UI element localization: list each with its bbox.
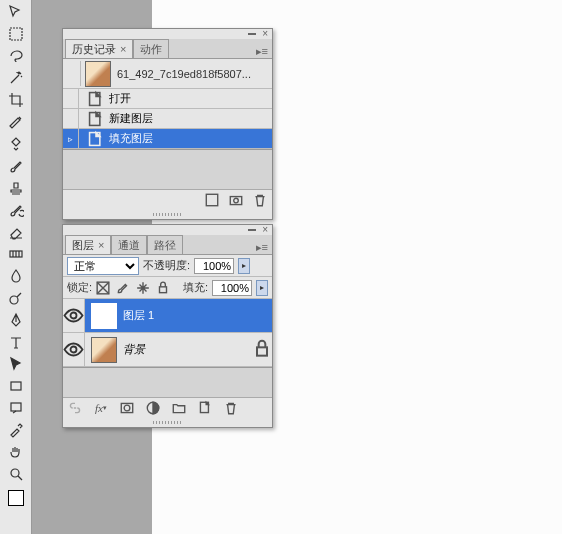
history-item-open[interactable]: 打开 [63, 89, 272, 109]
panel-menu-icon[interactable]: ▸≡ [252, 241, 272, 254]
adjustment-layer-icon[interactable] [145, 401, 161, 415]
eraser-tool[interactable] [6, 222, 26, 242]
tab-close-icon[interactable]: × [120, 43, 126, 55]
trash-icon[interactable] [223, 401, 239, 415]
group-icon[interactable] [171, 401, 187, 415]
layer-thumbnail[interactable] [91, 337, 117, 363]
history-snapshot-row[interactable]: 61_492_7c19ed818f5807... [63, 59, 272, 89]
layer-name[interactable]: 图层 1 [123, 308, 272, 323]
zoom-tool[interactable] [6, 464, 26, 484]
layer-row[interactable]: 图层 1 [63, 299, 272, 333]
dodge-tool[interactable] [6, 288, 26, 308]
brush-tool[interactable] [6, 156, 26, 176]
layers-panel: × 图层× 通道 路径 ▸≡ 正常 不透明度: ▸ 锁定: 填充: ▸ 图层 1… [62, 224, 273, 428]
path-select-tool[interactable] [6, 354, 26, 374]
type-tool[interactable] [6, 332, 26, 352]
new-doc-from-state-icon[interactable] [204, 193, 220, 207]
layers-list: 图层 1 背景 [63, 299, 272, 397]
fill-icon [87, 132, 105, 146]
fill-input[interactable] [212, 280, 252, 296]
tab-paths-label: 路径 [154, 238, 176, 253]
blend-mode-select[interactable]: 正常 [67, 257, 139, 275]
opacity-input[interactable] [194, 258, 234, 274]
pen-tool[interactable] [6, 310, 26, 330]
heal-tool[interactable] [6, 134, 26, 154]
svg-point-18 [124, 405, 130, 411]
tab-close-icon[interactable]: × [98, 239, 104, 251]
crop-tool[interactable] [6, 90, 26, 110]
history-brush-tool[interactable] [6, 200, 26, 220]
svg-point-5 [11, 469, 19, 477]
gradient-tool[interactable] [6, 244, 26, 264]
eyedropper-tool[interactable] [6, 420, 26, 440]
close-icon[interactable]: × [262, 30, 268, 38]
lock-pixels-icon[interactable] [116, 281, 130, 295]
slice-tool[interactable] [6, 112, 26, 132]
layers-footer: fx▾ [63, 397, 272, 417]
lock-position-icon[interactable] [136, 281, 150, 295]
tab-channels[interactable]: 通道 [111, 235, 147, 254]
layer-style-icon[interactable]: fx▾ [93, 401, 109, 415]
history-tabs: 历史记录× 动作 ▸≡ [63, 39, 272, 59]
history-panel: × 历史记录× 动作 ▸≡ 61_492_7c19ed818f5807... 打… [62, 28, 273, 220]
svg-rect-9 [206, 194, 217, 205]
fill-slider-btn[interactable]: ▸ [256, 280, 268, 296]
snapshot-label: 61_492_7c19ed818f5807... [117, 68, 251, 80]
tab-history[interactable]: 历史记录× [65, 39, 133, 58]
trash-icon[interactable] [252, 193, 268, 207]
new-layer-icon[interactable] [197, 401, 213, 415]
tab-history-label: 历史记录 [72, 42, 116, 57]
history-item-newlayer[interactable]: 新建图层 [63, 109, 272, 129]
snapshot-thumbnail [85, 61, 111, 87]
tab-layers[interactable]: 图层× [65, 235, 111, 254]
svg-point-14 [71, 313, 77, 319]
lock-transparent-icon[interactable] [96, 281, 110, 295]
svg-point-15 [71, 347, 77, 353]
lock-label: 锁定: [67, 280, 92, 295]
layer-thumbnail[interactable] [91, 303, 117, 329]
hand-tool[interactable] [6, 442, 26, 462]
layer-name[interactable]: 背景 [123, 342, 252, 357]
newlayer-icon [87, 112, 105, 126]
foreground-color-swatch[interactable] [8, 490, 24, 506]
history-flag-col[interactable] [63, 89, 79, 108]
svg-rect-16 [257, 347, 267, 355]
panel-resize-grip[interactable] [63, 417, 272, 427]
panel-menu-icon[interactable]: ▸≡ [252, 45, 272, 58]
layers-tabs: 图层× 通道 路径 ▸≡ [63, 235, 272, 255]
opacity-slider-btn[interactable]: ▸ [238, 258, 250, 274]
svg-rect-0 [10, 28, 22, 40]
lasso-tool[interactable] [6, 46, 26, 66]
snapshot-flag-col[interactable] [65, 61, 81, 86]
link-layers-icon[interactable] [67, 401, 83, 415]
wand-tool[interactable] [6, 68, 26, 88]
notes-tool[interactable] [6, 398, 26, 418]
blur-tool[interactable] [6, 266, 26, 286]
stamp-tool[interactable] [6, 178, 26, 198]
history-flag-col[interactable]: ▹ [63, 129, 79, 148]
lock-all-icon[interactable] [156, 281, 170, 295]
tab-actions-label: 动作 [140, 42, 162, 57]
history-flag-col[interactable] [63, 109, 79, 128]
shape-tool[interactable] [6, 376, 26, 396]
panel-resize-grip[interactable] [63, 209, 272, 219]
new-snapshot-icon[interactable] [228, 193, 244, 207]
fill-label: 填充: [183, 280, 208, 295]
panel-titlebar[interactable]: × [63, 225, 272, 235]
move-tool[interactable] [6, 2, 26, 22]
layer-mask-icon[interactable] [119, 401, 135, 415]
tab-actions[interactable]: 动作 [133, 39, 169, 58]
lock-icon [252, 339, 272, 361]
minimize-icon[interactable] [248, 33, 256, 35]
minimize-icon[interactable] [248, 229, 256, 231]
tab-paths[interactable]: 路径 [147, 235, 183, 254]
tab-channels-label: 通道 [118, 238, 140, 253]
marquee-tool[interactable] [6, 24, 26, 44]
visibility-toggle[interactable] [63, 299, 85, 332]
history-empty-area [63, 149, 272, 189]
layer-row[interactable]: 背景 [63, 333, 272, 367]
history-item-filllayer[interactable]: ▹ 填充图层 [63, 129, 272, 149]
panel-titlebar[interactable]: × [63, 29, 272, 39]
close-icon[interactable]: × [262, 226, 268, 234]
visibility-toggle[interactable] [63, 333, 85, 366]
